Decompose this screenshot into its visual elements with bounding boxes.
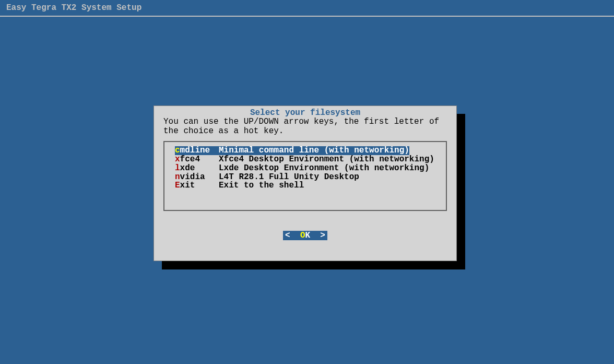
menu-frame: cmdline Minimal command line (with netwo…	[163, 141, 447, 211]
menu-key: cmdline	[175, 146, 219, 155]
title-divider	[0, 16, 614, 17]
key-rest: mdline	[180, 146, 210, 155]
menu-item-cmdline[interactable]: cmdline Minimal command line (with netwo…	[175, 146, 435, 155]
menu-desc: Xfce4 Desktop Environment (with networki…	[219, 155, 434, 164]
menu-item-xfce4[interactable]: xfce4 Xfce4 Desktop Environment (with ne…	[175, 155, 435, 164]
menu-desc: L4T R28.1 Full Unity Desktop	[219, 173, 359, 182]
button-row: < OK >	[163, 231, 447, 240]
menu-item-nvidia[interactable]: nvidia L4T R28.1 Full Unity Desktop	[175, 173, 435, 182]
key-rest: fce4	[180, 155, 200, 164]
hotkey-char: E	[175, 181, 180, 190]
dialog-title: Select your filesystem	[163, 108, 447, 118]
key-rest: vidia	[180, 172, 205, 182]
page-title: Easy Tegra TX2 System Setup	[0, 0, 614, 16]
ok-button[interactable]: < OK >	[283, 231, 327, 240]
key-rest: xde	[180, 163, 195, 173]
menu-key: xfce4	[175, 155, 219, 164]
hotkey-char: l	[175, 163, 180, 173]
right-bracket: >	[320, 231, 325, 240]
hotkey-char: c	[175, 146, 180, 155]
dialog-container: Select your filesystem You can use the U…	[154, 105, 457, 261]
menu-desc: Exit to the shell	[219, 181, 304, 190]
dialog-instruction: You can use the UP/DOWN arrow keys, the …	[163, 118, 447, 136]
dialog-box: Select your filesystem You can use the U…	[154, 105, 457, 261]
menu-key: lxde	[175, 164, 219, 173]
menu-desc: Minimal command line (with networking)	[219, 146, 409, 155]
menu-item-exit[interactable]: Exit Exit to the shell	[175, 181, 435, 190]
menu-desc: Lxde Desktop Environment (with networkin…	[219, 164, 429, 173]
key-rest: xit	[180, 181, 195, 190]
menu-key: nvidia	[175, 173, 219, 182]
menu-key: Exit	[175, 181, 219, 190]
hotkey-char: x	[175, 155, 180, 164]
ok-o-char: O	[300, 231, 305, 240]
hotkey-char: n	[175, 172, 180, 182]
ok-k-char: K	[305, 231, 311, 240]
left-bracket: <	[285, 231, 290, 240]
menu-item-lxde[interactable]: lxde Lxde Desktop Environment (with netw…	[175, 164, 435, 173]
